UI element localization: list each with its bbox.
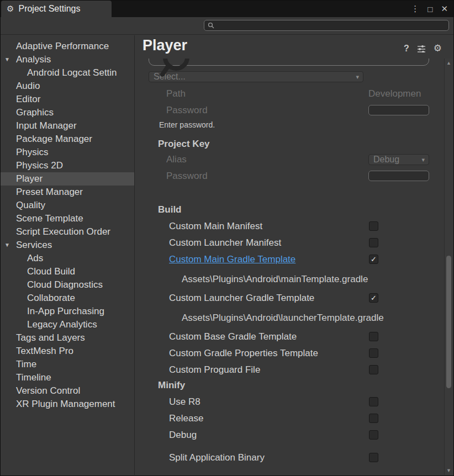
sidebar-item-timeline[interactable]: Timeline xyxy=(1,371,134,384)
settings-search-input[interactable] xyxy=(214,22,448,30)
sidebar-item-quality[interactable]: Quality xyxy=(1,199,134,212)
project-settings-window: ⚙ Project Settings ⋮ □ ✕ Adaptive Perfor… xyxy=(0,0,454,476)
page-title: Player xyxy=(142,37,187,54)
dropdown-arrow-icon: ▾ xyxy=(421,155,425,165)
sidebar-item-label: Preset Manager xyxy=(16,187,83,197)
sidebar-item-player[interactable]: Player xyxy=(1,172,134,186)
setting-label: Custom Base Gradle Template xyxy=(169,331,297,342)
sidebar-item-editor[interactable]: Editor xyxy=(1,93,134,106)
setting-label: Custom Main Gradle Template xyxy=(169,254,295,265)
preset-icon[interactable] xyxy=(417,45,426,52)
main-header: Player ? ⚙ xyxy=(135,35,453,59)
sidebar-item-label: XR Plugin Management xyxy=(16,399,115,409)
sidebar-item-package-manager[interactable]: Package Manager xyxy=(1,133,134,146)
setting-row-custom-main-gradle-template: Custom Main Gradle Template✓ xyxy=(135,254,444,265)
minify-section-header: Minify xyxy=(135,380,444,391)
sidebar-item-script-execution-order[interactable]: Script Execution Order xyxy=(1,225,134,239)
maximize-icon[interactable]: □ xyxy=(427,4,432,14)
setting-row-custom-base-gradle-template: Custom Base Gradle Template xyxy=(135,331,444,342)
sidebar-item-physics[interactable]: Physics xyxy=(1,146,134,159)
foldout-arrow-icon[interactable]: ▼ xyxy=(4,239,10,252)
sidebar-item-graphics[interactable]: Graphics xyxy=(1,106,134,119)
setting-label: Release xyxy=(169,413,203,424)
sidebar-item-textmesh-pro[interactable]: TextMesh Pro xyxy=(1,345,134,358)
sidebar-item-label: Analysis xyxy=(16,54,51,65)
sidebar-item-scene-template[interactable]: Scene Template xyxy=(1,212,134,225)
sidebar-item-label: Services xyxy=(16,240,52,250)
password-label: Password xyxy=(166,105,208,116)
sidebar-item-label: Cloud Build xyxy=(27,266,75,277)
setting-label: Custom Main Manifest xyxy=(169,221,262,232)
checkbox-custom-gradle-properties-template[interactable] xyxy=(369,348,378,358)
panel-gear-icon[interactable]: ⚙ xyxy=(434,43,442,54)
sidebar-item-label: Audio xyxy=(16,81,40,91)
tab-project-settings[interactable]: ⚙ Project Settings xyxy=(1,1,112,17)
setting-row-split-application-binary: Split Application Binary xyxy=(135,452,444,463)
sidebar-item-time[interactable]: Time xyxy=(1,358,134,371)
project-key-password-field[interactable] xyxy=(368,171,429,181)
menu-icon[interactable]: ⋮ xyxy=(411,4,419,14)
sidebar-item-in-app-purchasing[interactable]: In-App Purchasing xyxy=(1,305,134,318)
sidebar-item-tags-and-layers[interactable]: Tags and Layers xyxy=(1,331,134,345)
main-panel: Player ? ⚙ xyxy=(135,35,453,475)
checkbox-custom-base-gradle-template[interactable] xyxy=(369,332,378,341)
help-icon[interactable]: ? xyxy=(404,44,409,54)
sidebar-item-ads[interactable]: Ads xyxy=(1,252,134,265)
sidebar-item-label: Timeline xyxy=(16,372,51,383)
sidebar-item-android-logcat-settin[interactable]: Android Logcat Settin xyxy=(1,66,134,80)
header-icons: ? ⚙ xyxy=(404,43,442,54)
sidebar-item-collaborate[interactable]: Collaborate xyxy=(1,292,134,305)
alias-row: Alias Debug ▾ xyxy=(135,154,444,165)
close-icon[interactable]: ✕ xyxy=(441,4,448,14)
setting-label: Split Application Binary xyxy=(169,452,265,463)
sidebar-item-label: Adaptive Performance xyxy=(16,41,109,51)
checkbox-custom-main-gradle-template[interactable]: ✓ xyxy=(369,255,378,264)
checkbox-debug[interactable] xyxy=(369,430,378,440)
search-icon xyxy=(208,22,214,29)
checkbox-custom-main-manifest[interactable] xyxy=(369,221,378,231)
sidebar-item-cloud-build[interactable]: Cloud Build xyxy=(1,265,134,278)
sidebar-item-label: Scene Template xyxy=(16,213,83,224)
setting-label: Custom Launcher Manifest xyxy=(169,237,281,248)
title-bar: ⚙ Project Settings ⋮ □ ✕ xyxy=(1,1,453,17)
sidebar-item-services[interactable]: ▼Services xyxy=(1,239,134,252)
checkbox-custom-launcher-gradle-template[interactable]: ✓ xyxy=(369,293,378,303)
sidebar-item-legacy-analytics[interactable]: Legacy Analytics xyxy=(1,318,134,331)
dropdown-arrow-icon: ▾ xyxy=(356,72,359,82)
checkbox-custom-launcher-manifest[interactable] xyxy=(369,238,378,247)
sidebar-item-label: TextMesh Pro xyxy=(16,346,73,356)
search-box[interactable] xyxy=(204,20,449,31)
build-settings-list: Custom Main ManifestCustom Launcher Mani… xyxy=(135,221,444,375)
setting-row-release: Release xyxy=(135,413,444,424)
setting-row-custom-proguard-file: Custom Proguard File xyxy=(135,364,444,375)
checkbox-use-r8[interactable] xyxy=(369,397,378,406)
checkbox-custom-proguard-file[interactable] xyxy=(369,365,378,374)
sidebar-item-audio[interactable]: Audio xyxy=(1,80,134,93)
setting-label: Custom Launcher Gradle Template xyxy=(169,293,314,304)
sidebar-item-physics-2d[interactable]: Physics 2D xyxy=(1,159,134,172)
large-magnifier-icon xyxy=(160,59,196,80)
sidebar-item-label: Input Manager xyxy=(16,120,77,131)
checkbox-release[interactable] xyxy=(369,414,378,423)
foldout-arrow-icon[interactable]: ▼ xyxy=(4,53,10,66)
alias-value: Debug xyxy=(373,155,399,164)
scroll-up-icon[interactable]: ▲ xyxy=(445,60,453,66)
sidebar-item-label: Editor xyxy=(16,94,40,104)
project-key-header: Project Key xyxy=(135,139,444,150)
sidebar-item-label: In-App Purchasing xyxy=(27,306,104,316)
build-section-header: Build xyxy=(135,204,444,215)
sidebar-item-xr-plugin-management[interactable]: XR Plugin Management xyxy=(1,398,134,411)
keystore-path-row: Path Developmen xyxy=(135,88,444,99)
scroll-down-icon[interactable]: ▼ xyxy=(445,468,453,473)
scrollbar-thumb[interactable] xyxy=(446,256,451,388)
sidebar-item-input-manager[interactable]: Input Manager xyxy=(1,119,134,133)
main-scrollbar[interactable]: ▲ ▼ xyxy=(444,59,453,475)
sidebar-item-version-control[interactable]: Version Control xyxy=(1,384,134,398)
sidebar-item-preset-manager[interactable]: Preset Manager xyxy=(1,186,134,199)
alias-dropdown[interactable]: Debug ▾ xyxy=(368,154,429,165)
keystore-password-field[interactable] xyxy=(368,105,429,115)
sidebar-item-cloud-diagnostics[interactable]: Cloud Diagnostics xyxy=(1,278,134,292)
sidebar-item-adaptive-performance[interactable]: Adaptive Performance xyxy=(1,40,134,53)
checkbox-split-application-binary[interactable] xyxy=(369,453,378,462)
sidebar-item-analysis[interactable]: ▼Analysis xyxy=(1,53,134,66)
